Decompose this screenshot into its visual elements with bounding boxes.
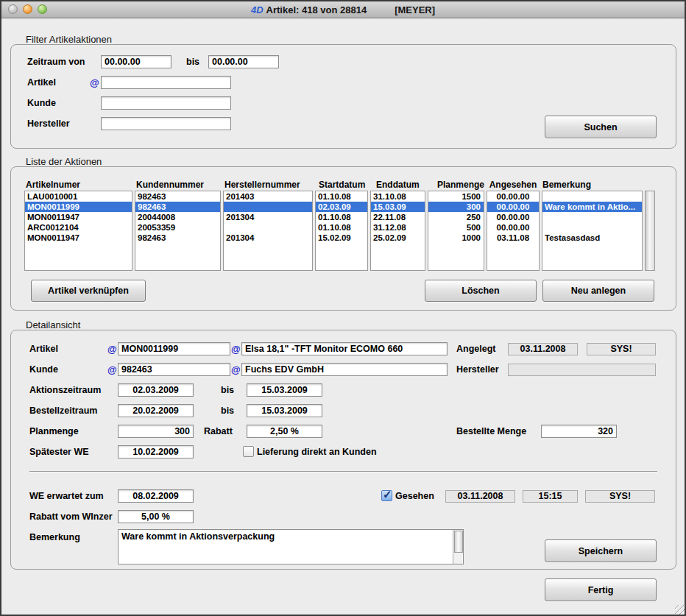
angelegt-label: Angelegt bbox=[456, 344, 495, 354]
planmenge-input[interactable]: 300 bbox=[118, 425, 194, 438]
list-cell[interactable]: 00.00.00 bbox=[487, 191, 539, 202]
window-title-text: Artikel: 418 von 28814 bbox=[266, 4, 367, 15]
zeitraum-von-input[interactable]: 00.00.00 bbox=[101, 55, 172, 68]
resize-grip[interactable] bbox=[675, 605, 685, 615]
list-cell[interactable]: 1000 bbox=[428, 233, 484, 243]
lieferung-direkt-checkbox[interactable] bbox=[243, 446, 254, 457]
list-cell[interactable]: 01.10.08 bbox=[316, 191, 367, 202]
bestellzeitraum-bis-label: bis bbox=[221, 406, 234, 416]
list-cell[interactable]: 982463 bbox=[135, 191, 220, 202]
list-cell[interactable] bbox=[542, 222, 642, 233]
detail-section-title: Detailansicht bbox=[26, 319, 80, 330]
bestellzeitraum-label: Bestellzeitraum bbox=[29, 406, 97, 416]
list-cell[interactable]: 22.11.08 bbox=[371, 212, 425, 222]
filter-kunde-label: Kunde bbox=[27, 98, 56, 108]
neu-anlegen-button[interactable]: Neu anlegen bbox=[542, 280, 654, 302]
bemerkung-textarea[interactable]: Ware kommt in Aktionsverpackung bbox=[118, 529, 464, 564]
list-cell[interactable] bbox=[542, 212, 642, 222]
list-cell[interactable]: 00.00.00 bbox=[487, 222, 539, 233]
zoom-button[interactable] bbox=[38, 4, 47, 14]
list-cell[interactable]: 250 bbox=[428, 212, 484, 222]
suchen-button[interactable]: Suchen bbox=[545, 116, 657, 138]
list-cell[interactable]: ARC0012104 bbox=[25, 222, 132, 233]
artikel-nr-wildcard-symbol: @ bbox=[107, 344, 117, 355]
list-column-bemerkung: Ware kommt in Aktio... Testasasdasd bbox=[542, 191, 643, 271]
detail-kunde-nr-input[interactable]: 982463 bbox=[118, 363, 230, 376]
filter-hersteller-input[interactable] bbox=[101, 117, 231, 130]
list-cell-selected[interactable] bbox=[224, 202, 312, 212]
list-cell[interactable]: 201304 bbox=[224, 212, 312, 222]
artikel-verknuepfen-button[interactable]: Artikel verknüpfen bbox=[31, 280, 146, 302]
list-cell[interactable]: 20053359 bbox=[135, 222, 220, 233]
rabatt-input[interactable]: 2,50 % bbox=[247, 425, 322, 438]
4d-logo-icon: 4D bbox=[251, 4, 264, 15]
list-cell[interactable]: LAU0010001 bbox=[25, 191, 132, 202]
detail-artikel-nr-input[interactable]: MON0011999 bbox=[118, 342, 230, 355]
list-cell[interactable]: 25.02.09 bbox=[371, 233, 425, 243]
list-cell-selected[interactable]: MON0011999 bbox=[25, 202, 132, 212]
list-cell[interactable]: 01.10.08 bbox=[316, 222, 367, 233]
bestellzeitraum-bis-input[interactable]: 15.03.2009 bbox=[247, 404, 322, 417]
title-bar[interactable]: 4DArtikel: 418 von 28814[MEYER] bbox=[1, 1, 685, 18]
list-cell[interactable]: 201304 bbox=[224, 233, 312, 243]
list-cell[interactable]: 31.12.08 bbox=[371, 222, 425, 233]
list-cell[interactable]: Testasasdasd bbox=[542, 233, 642, 243]
list-cell[interactable] bbox=[224, 222, 312, 233]
aktionszeitraum-bis-input[interactable]: 15.03.2009 bbox=[247, 383, 322, 397]
fertig-button[interactable]: Fertig bbox=[545, 578, 657, 601]
gesehen-label: Gesehen bbox=[395, 491, 434, 501]
rabatt-label: Rabatt bbox=[204, 426, 233, 436]
rabatt-winzer-input[interactable]: 5,00 % bbox=[118, 510, 194, 523]
artikel-name-wildcard-symbol: @ bbox=[231, 344, 241, 355]
gesehen-user-field: SYS! bbox=[585, 490, 655, 503]
list-scrollbar[interactable] bbox=[645, 191, 655, 271]
zeitraum-bis-input[interactable]: 00.00.00 bbox=[208, 55, 279, 68]
list-cell[interactable]: 20044008 bbox=[135, 212, 220, 222]
filter-kunde-input[interactable] bbox=[101, 96, 231, 110]
minimize-button[interactable] bbox=[23, 4, 32, 14]
rabatt-winzer-label: Rabatt vom WInzer bbox=[29, 511, 113, 522]
aktionszeitraum-von-input[interactable]: 02.03.2009 bbox=[118, 383, 194, 397]
detail-kunde-label: Kunde bbox=[29, 364, 58, 375]
close-button[interactable] bbox=[8, 4, 18, 14]
list-cell[interactable]: MON0011947 bbox=[25, 212, 132, 222]
list-cell[interactable]: MON0011947 bbox=[25, 233, 132, 243]
zeitraum-von-label: Zeitraum von bbox=[27, 57, 85, 67]
column-header-bemerkung: Bemerkung bbox=[542, 180, 591, 190]
bestellzeitraum-von-input[interactable]: 20.02.2009 bbox=[118, 404, 194, 417]
list-cell-selected[interactable]: 982463 bbox=[135, 202, 220, 212]
window-title-owner: [MEYER] bbox=[395, 4, 435, 15]
list-column-startdatum: 01.10.08 02.03.09 01.10.08 01.10.08 15.0… bbox=[315, 191, 368, 271]
detail-hersteller-label: Hersteller bbox=[456, 364, 499, 375]
list-cell-selected[interactable]: 300 bbox=[428, 202, 484, 212]
gesehen-zeit-field: 15:15 bbox=[523, 490, 578, 503]
list-cell-selected[interactable]: 15.03.09 bbox=[371, 202, 425, 212]
angelegt-datum-field: 03.11.2008 bbox=[508, 343, 578, 355]
list-cell[interactable]: 201403 bbox=[224, 191, 312, 202]
list-cell[interactable]: 982463 bbox=[135, 233, 220, 243]
list-cell[interactable]: 1500 bbox=[428, 191, 484, 202]
filter-artikel-input[interactable] bbox=[101, 76, 231, 89]
bemerkung-scrollbar-thumb[interactable] bbox=[454, 531, 463, 553]
bemerkung-scrollbar[interactable] bbox=[453, 530, 462, 564]
detail-artikel-name-input[interactable]: Elsa 18,1" -TFT Monitor ECOMO 660 bbox=[241, 342, 448, 355]
spaetester-we-input[interactable]: 10.02.2009 bbox=[118, 445, 194, 459]
list-cell[interactable]: 00.00.00 bbox=[487, 212, 539, 222]
list-column-kundennummer: 982463 982463 20044008 20053359 982463 bbox=[135, 191, 221, 271]
list-cell[interactable]: 03.11.08 bbox=[487, 233, 539, 243]
we-erwartet-input[interactable]: 08.02.2009 bbox=[118, 489, 194, 503]
loeschen-button[interactable]: Löschen bbox=[425, 280, 537, 302]
list-cell-selected[interactable]: Ware kommt in Aktio... bbox=[542, 202, 642, 212]
gesehen-checkbox[interactable] bbox=[381, 490, 392, 501]
list-cell[interactable]: 15.02.09 bbox=[316, 233, 367, 243]
application-window: 4DArtikel: 418 von 28814[MEYER] Filter A… bbox=[0, 0, 686, 616]
list-cell[interactable] bbox=[542, 191, 642, 202]
list-cell-selected[interactable]: 00.00.00 bbox=[487, 202, 539, 212]
list-cell-selected[interactable]: 02.03.09 bbox=[316, 202, 367, 212]
list-cell[interactable]: 31.10.08 bbox=[371, 191, 425, 202]
detail-kunde-name-input[interactable]: Fuchs EDV GmbH bbox=[241, 363, 448, 376]
speichern-button[interactable]: Speichern bbox=[545, 539, 657, 562]
list-cell[interactable]: 500 bbox=[428, 222, 484, 233]
list-cell[interactable]: 01.10.08 bbox=[316, 212, 367, 222]
bestellte-menge-input[interactable]: 320 bbox=[541, 425, 617, 438]
